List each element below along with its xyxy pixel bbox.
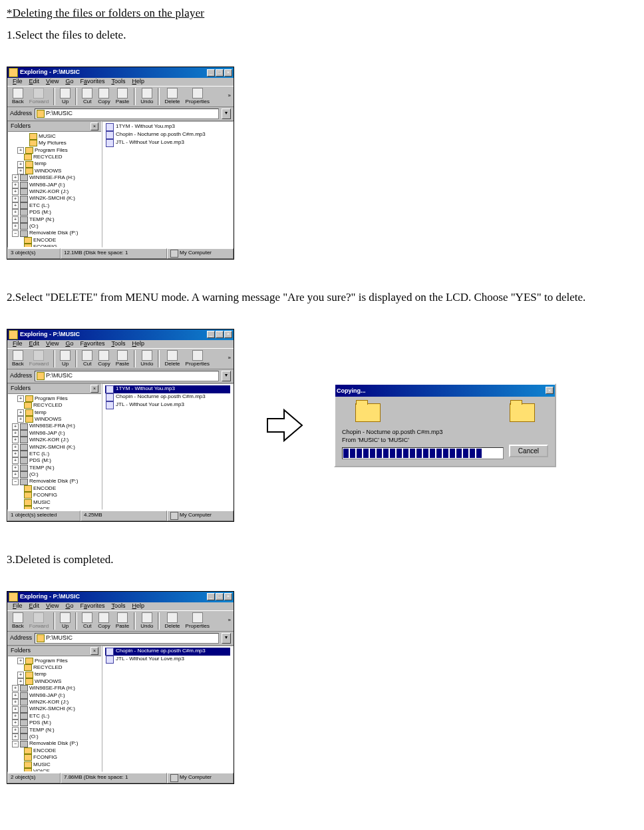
delete-button[interactable]: Delete bbox=[162, 612, 182, 630]
folders-pane[interactable]: Folders× +Program Files RECYCLED +temp +… bbox=[7, 383, 102, 510]
mp3-icon bbox=[106, 393, 114, 401]
address-field[interactable]: P:\MUSIC bbox=[35, 633, 219, 644]
close-button[interactable]: × bbox=[224, 69, 232, 77]
menu-help[interactable]: Help bbox=[129, 341, 147, 347]
window-title: Exploring - P:\MUSIC bbox=[20, 69, 207, 76]
folder-tree[interactable]: +Program Files RECYCLED +temp +WINDOWS +… bbox=[8, 394, 101, 510]
up-button[interactable]: Up bbox=[58, 612, 73, 630]
menu-favorites[interactable]: Favorites bbox=[77, 341, 107, 347]
menu-tools[interactable]: Tools bbox=[108, 79, 128, 85]
close-folders-icon[interactable]: × bbox=[90, 647, 98, 655]
file-item[interactable]: JTL - Without Your Love.mp3 bbox=[105, 656, 230, 664]
menu-view[interactable]: View bbox=[43, 603, 61, 610]
undo-button[interactable]: Undo bbox=[138, 88, 155, 105]
properties-button[interactable]: Properties bbox=[184, 612, 212, 630]
menu-file[interactable]: File bbox=[10, 79, 25, 85]
toolbar-separator bbox=[134, 88, 136, 105]
toolbar-chevron[interactable]: » bbox=[228, 93, 231, 99]
undo-button[interactable]: Undo bbox=[138, 350, 155, 367]
close-button[interactable]: × bbox=[224, 331, 232, 338]
file-item-selected[interactable]: 1TYM - Without You.mp3 bbox=[105, 385, 230, 393]
file-item[interactable]: 1TYM - Without You.mp3 bbox=[105, 123, 230, 131]
toolbar-chevron[interactable]: » bbox=[228, 618, 231, 624]
file-item-selected[interactable]: Chopin - Nocturne op.posth C#m.mp3 bbox=[105, 648, 230, 656]
cut-button[interactable]: Cut bbox=[80, 88, 94, 105]
close-folders-icon[interactable]: × bbox=[90, 122, 98, 130]
minimize-button[interactable]: _ bbox=[207, 331, 215, 338]
properties-icon bbox=[192, 88, 203, 99]
step-1-text: 1.Select the files to delete. bbox=[7, 24, 637, 47]
up-button[interactable]: Up bbox=[58, 350, 73, 367]
minimize-button[interactable]: _ bbox=[207, 593, 215, 600]
menu-tools[interactable]: Tools bbox=[108, 603, 128, 610]
close-button[interactable]: × bbox=[546, 387, 554, 394]
maximize-button[interactable]: □ bbox=[216, 593, 224, 600]
copy-button[interactable]: Copy bbox=[96, 612, 112, 630]
menu-go[interactable]: Go bbox=[63, 341, 76, 347]
paste-button[interactable]: Paste bbox=[114, 612, 131, 630]
back-button[interactable]: Back bbox=[10, 88, 26, 105]
address-bar: Address P:\MUSIC ▾ bbox=[7, 632, 234, 646]
back-button[interactable]: Back bbox=[10, 350, 26, 367]
forward-button[interactable]: Forward bbox=[27, 612, 51, 630]
files-pane[interactable]: 1TYM - Without You.mp3 Chopin - Nocturne… bbox=[102, 121, 234, 248]
menu-view[interactable]: View bbox=[43, 79, 61, 85]
toolbar-chevron[interactable]: » bbox=[228, 355, 231, 361]
file-item[interactable]: Chopin - Nocturne op.posth C#m.mp3 bbox=[105, 393, 230, 401]
properties-button[interactable]: Properties bbox=[184, 350, 212, 367]
undo-button[interactable]: Undo bbox=[138, 612, 155, 630]
properties-button[interactable]: Properties bbox=[184, 88, 212, 105]
cancel-button[interactable]: Cancel bbox=[509, 445, 548, 457]
file-item[interactable]: JTL - Without Your Love.mp3 bbox=[105, 139, 230, 147]
back-button[interactable]: Back bbox=[10, 612, 26, 630]
paste-button[interactable]: Paste bbox=[114, 350, 131, 367]
menu-help[interactable]: Help bbox=[129, 603, 147, 610]
copy-button[interactable]: Copy bbox=[96, 88, 112, 105]
forward-button[interactable]: Forward bbox=[27, 350, 51, 367]
address-field[interactable]: P:\MUSIC bbox=[35, 371, 219, 381]
status-location: My Computer bbox=[167, 511, 234, 521]
menu-favorites[interactable]: Favorites bbox=[77, 79, 107, 85]
address-dropdown-button[interactable]: ▾ bbox=[222, 633, 231, 644]
maximize-button[interactable]: □ bbox=[216, 69, 224, 77]
file-item[interactable]: Chopin - Nocturne op.posth C#m.mp3 bbox=[105, 131, 230, 139]
maximize-button[interactable]: □ bbox=[216, 331, 224, 338]
delete-button[interactable]: Delete bbox=[162, 88, 182, 105]
folder-tree[interactable]: +Program Files RECYCLED +temp +WINDOWS +… bbox=[8, 656, 101, 772]
paste-icon bbox=[117, 88, 128, 99]
close-button[interactable]: × bbox=[224, 593, 232, 600]
copy-button[interactable]: Copy bbox=[96, 350, 112, 367]
folder-tree[interactable]: MUSIC My Pictures +Program Files RECYCLE… bbox=[8, 132, 101, 248]
folders-pane[interactable]: Folders × MUSIC My Pictures +Program Fil… bbox=[7, 121, 102, 248]
undo-icon bbox=[142, 88, 152, 99]
folders-pane[interactable]: Folders× +Program Files RECYCLED +temp +… bbox=[7, 646, 102, 772]
menu-tools[interactable]: Tools bbox=[108, 341, 128, 347]
address-dropdown-button[interactable]: ▾ bbox=[222, 371, 231, 381]
menu-go[interactable]: Go bbox=[63, 79, 76, 85]
menu-edit[interactable]: Edit bbox=[27, 603, 43, 610]
cut-button[interactable]: Cut bbox=[80, 350, 94, 367]
address-field[interactable]: P:\MUSIC bbox=[35, 108, 219, 119]
folder-icon bbox=[29, 140, 37, 146]
menu-help[interactable]: Help bbox=[129, 79, 147, 85]
file-list[interactable]: 1TYM - Without You.mp3 Chopin - Nocturne… bbox=[102, 122, 233, 148]
address-dropdown-button[interactable]: ▾ bbox=[222, 108, 231, 119]
status-objects: 1 object(s) selected bbox=[7, 511, 80, 521]
menu-edit[interactable]: Edit bbox=[27, 341, 43, 347]
paste-button[interactable]: Paste bbox=[114, 88, 131, 105]
menu-go[interactable]: Go bbox=[63, 603, 76, 610]
forward-button[interactable]: Forward bbox=[27, 88, 51, 105]
menu-favorites[interactable]: Favorites bbox=[77, 603, 107, 610]
minimize-button[interactable]: _ bbox=[207, 69, 215, 77]
menu-file[interactable]: File bbox=[10, 603, 25, 610]
up-button[interactable]: Up bbox=[58, 88, 73, 105]
file-item[interactable]: JTL - Without Your Love.mp3 bbox=[105, 401, 230, 409]
files-pane[interactable]: Chopin - Nocturne op.posth C#m.mp3 JTL -… bbox=[102, 646, 234, 772]
menu-edit[interactable]: Edit bbox=[27, 79, 43, 85]
files-pane[interactable]: 1TYM - Without You.mp3 Chopin - Nocturne… bbox=[102, 383, 234, 510]
menu-view[interactable]: View bbox=[43, 341, 61, 347]
menu-file[interactable]: File bbox=[10, 341, 25, 347]
cut-button[interactable]: Cut bbox=[80, 612, 94, 630]
delete-button[interactable]: Delete bbox=[162, 350, 182, 367]
close-folders-icon[interactable]: × bbox=[90, 385, 98, 393]
